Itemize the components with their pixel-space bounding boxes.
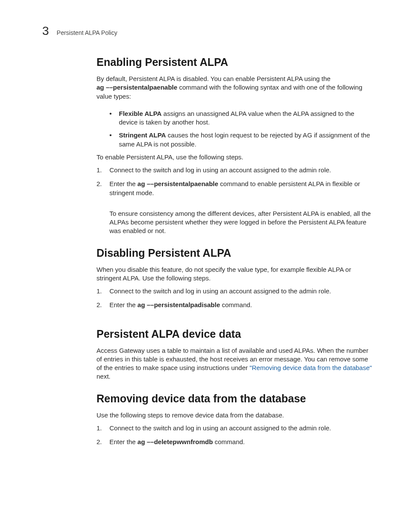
step-item: Enter the ag ––deletepwwnfromdb command.: [97, 438, 374, 446]
disabling-intro: When you disable this feature, do not sp…: [97, 265, 374, 283]
step-item: Connect to the switch and log in using a…: [97, 166, 374, 174]
heading-device-data: Persistent ALPA device data: [97, 328, 374, 340]
text: next.: [97, 373, 111, 380]
heading-enabling: Enabling Persistent ALPA: [97, 56, 374, 68]
heading-disabling: Disabling Persistent ALPA: [97, 247, 374, 259]
term: Flexible ALPA: [119, 110, 162, 117]
text: Enter the: [109, 180, 137, 187]
pre-steps-text: To enable Persistent ALPA, use the follo…: [97, 153, 374, 162]
step-item: Enter the ag ––persistentalpadisable com…: [97, 301, 374, 309]
text: command.: [213, 438, 245, 445]
page-content: Enabling Persistent ALPA By default, Per…: [97, 56, 374, 451]
text: Enter the: [109, 301, 137, 308]
command-text: ag ––persistentalpadisable: [137, 301, 220, 308]
text: To ensure consistency among the differen…: [109, 210, 371, 235]
text: command.: [220, 301, 252, 308]
list-item: Stringent ALPA causes the host login req…: [109, 131, 374, 149]
value-type-list: Flexible ALPA assigns an unassigned ALPA…: [109, 109, 374, 149]
enable-steps: Connect to the switch and log in using a…: [97, 166, 374, 197]
removing-intro: Use the following steps to remove device…: [97, 411, 374, 420]
text: By default, Persistent ALPA is disabled.…: [97, 75, 330, 82]
page-header: 3 Persistent ALPA Policy: [42, 24, 117, 38]
remove-steps: Connect to the switch and log in using a…: [97, 424, 374, 447]
cross-ref-link[interactable]: "Removing device data from the database": [249, 364, 372, 371]
text: Enter the: [109, 438, 137, 445]
disable-steps: Connect to the switch and log in using a…: [97, 287, 374, 310]
text: Connect to the switch and log in using a…: [109, 166, 331, 174]
step-item: Connect to the switch and log in using a…: [97, 424, 374, 432]
step-item: Connect to the switch and log in using a…: [97, 287, 374, 296]
device-data-body: Access Gateway uses a table to maintain …: [97, 346, 374, 381]
heading-removing: Removing device data from the database: [97, 392, 374, 405]
consistency-note: To ensure consistency among the differen…: [109, 209, 374, 236]
step-item: Enter the ag ––persistentalpaenable comm…: [97, 180, 374, 197]
text: Connect to the switch and log in using a…: [109, 424, 331, 432]
list-item: Flexible ALPA assigns an unassigned ALPA…: [109, 109, 374, 127]
command-text: ag ––persistentalpaenable: [97, 84, 177, 91]
running-head: Persistent ALPA Policy: [57, 29, 118, 36]
chapter-number: 3: [42, 24, 49, 38]
command-text: ag ––persistentalpaenable: [137, 180, 218, 187]
enabling-intro: By default, Persistent ALPA is disabled.…: [97, 75, 374, 101]
term: Stringent ALPA: [119, 131, 166, 139]
text: Connect to the switch and log in using a…: [109, 287, 331, 295]
command-text: ag ––deletepwwnfromdb: [137, 438, 213, 445]
